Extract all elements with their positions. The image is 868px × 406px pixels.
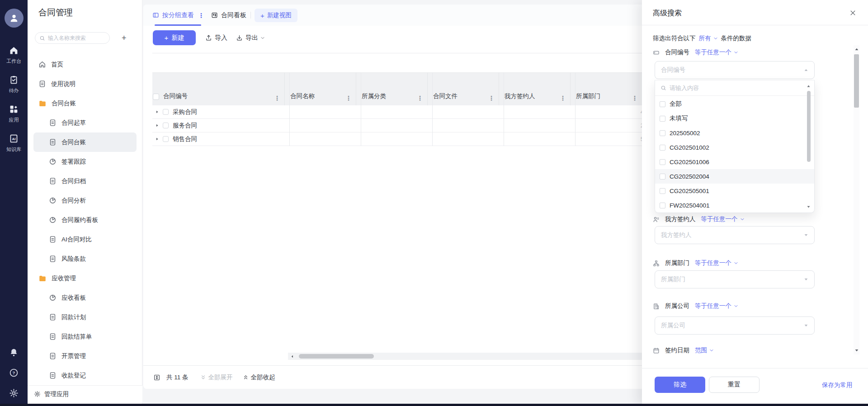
row-checkbox[interactable] [163, 123, 169, 128]
column-menu-icon[interactable]: ⋮ [632, 95, 638, 101]
option-checkbox[interactable] [660, 174, 665, 179]
close-icon[interactable] [849, 9, 856, 16]
import-button[interactable]: 导入 [205, 30, 227, 45]
scroll-left-icon[interactable] [290, 354, 294, 359]
dropdown-option[interactable]: CG202505001 [655, 184, 814, 198]
chevron-down-icon[interactable] [734, 261, 738, 265]
chevron-down-icon[interactable] [713, 36, 718, 41]
column-menu-icon[interactable]: ⋮ [345, 95, 352, 101]
scrollbar-thumb[interactable] [299, 354, 374, 359]
dropdown-option[interactable]: CG202501002 [655, 140, 814, 155]
option-checkbox[interactable] [660, 188, 665, 194]
dropdown-scrollbar-thumb[interactable] [807, 91, 811, 162]
chevron-down-icon[interactable] [734, 50, 738, 55]
column-header[interactable]: 合同名称 ⋮ [285, 73, 356, 105]
search-input[interactable] [48, 35, 102, 41]
filter-operator[interactable]: 等于任意一个 [695, 302, 731, 310]
column-header[interactable]: 合同文件 ⋮ [428, 73, 499, 105]
filter-operator[interactable]: 等于任意一个 [695, 48, 731, 57]
horizontal-scrollbar[interactable] [288, 353, 652, 360]
collapse-all-button[interactable]: 全部收起 [243, 373, 275, 382]
panel-scrollbar-thumb[interactable] [854, 54, 859, 108]
dropdown-search[interactable] [655, 80, 814, 96]
sidebar-item[interactable]: 合同台账 [28, 94, 142, 113]
add-button[interactable]: + [122, 34, 127, 42]
rail-bottom-icon[interactable] [9, 348, 19, 357]
rail-nav-item[interactable]: 工作台 [0, 43, 28, 72]
column-header[interactable]: 所属分类 ⋮ [356, 73, 428, 105]
new-view-button[interactable]: + 新建视图 [255, 9, 297, 22]
select-all-checkbox[interactable] [153, 94, 159, 100]
dropdown-search-input[interactable] [670, 85, 809, 91]
expand-triangle-icon[interactable] [155, 123, 159, 127]
scroll-up-icon[interactable] [807, 84, 811, 88]
option-checkbox[interactable] [660, 130, 665, 136]
sidebar-item[interactable]: 回款结算单 [28, 327, 142, 346]
scroll-up-icon[interactable] [854, 47, 859, 52]
sidebar-item[interactable]: 开票管理 [28, 346, 142, 366]
expand-triangle-icon[interactable] [155, 137, 159, 141]
chevron-down-icon[interactable] [740, 217, 745, 222]
sidebar-item[interactable]: 风险条款 [28, 249, 142, 269]
rail-nav-item[interactable]: 待办 [0, 72, 28, 102]
sidebar-item[interactable]: AI合同对比 [28, 230, 142, 249]
row-checkbox[interactable] [163, 136, 169, 142]
option-checkbox[interactable] [660, 159, 665, 165]
sidebar-item[interactable]: 首页 [28, 55, 142, 74]
table-group-row[interactable]: 销售合同 5 [152, 132, 652, 146]
sidebar-item[interactable]: 收款登记 [28, 366, 142, 385]
sidebar-item[interactable]: 合同起草 [28, 113, 142, 132]
dropdown-option[interactable]: CG202502004 [655, 169, 814, 184]
tab-group-view[interactable]: 按分组查看 ⋮ [152, 5, 205, 26]
option-checkbox[interactable] [660, 203, 665, 208]
tab-kanban[interactable]: 合同看板 [211, 5, 246, 26]
column-menu-icon[interactable]: ⋮ [560, 95, 566, 101]
tab-options-icon[interactable]: ⋮ [198, 12, 205, 19]
user-avatar[interactable] [5, 9, 24, 28]
rail-bottom-icon[interactable] [9, 388, 19, 398]
sidebar-item[interactable]: 合同归档 [28, 171, 142, 191]
table-group-row[interactable]: 采购合同 4 [152, 105, 652, 119]
signer-select[interactable]: 我方签约人 [655, 226, 815, 244]
sidebar-item[interactable]: 合同台账 [33, 132, 137, 152]
sidebar-item[interactable]: 应收看板 [28, 288, 142, 307]
dropdown-option[interactable]: 全部 [655, 97, 814, 111]
department-select[interactable]: 所属部门 [655, 270, 815, 288]
row-height-icon[interactable] [153, 374, 160, 381]
condition-mode-select[interactable]: 所有 [699, 34, 711, 42]
dropdown-option[interactable]: 202505002 [655, 126, 814, 140]
scroll-down-icon[interactable] [854, 348, 859, 353]
expand-all-button[interactable]: 全部展开 [200, 373, 233, 382]
sidebar-item[interactable]: 签署跟踪 [28, 152, 142, 171]
rail-nav-item[interactable]: 应用 [0, 102, 28, 131]
sidebar-item[interactable]: 合同履约看板 [28, 210, 142, 230]
expand-triangle-icon[interactable] [155, 110, 159, 114]
rail-bottom-icon[interactable]: ? [9, 368, 19, 378]
company-select[interactable]: 所属公司 [655, 316, 815, 335]
row-checkbox[interactable] [163, 109, 169, 115]
column-menu-icon[interactable]: ⋮ [417, 95, 423, 101]
rail-nav-item[interactable]: AI 知识库 [0, 131, 28, 161]
sidebar-item[interactable]: 应收管理 [28, 269, 142, 288]
sidebar-item[interactable]: 合同分析 [28, 191, 142, 210]
scroll-down-icon[interactable] [807, 205, 811, 209]
option-checkbox[interactable] [660, 101, 665, 107]
chevron-down-icon[interactable] [734, 304, 738, 308]
column-menu-icon[interactable]: ⋮ [488, 95, 495, 101]
sidebar-item[interactable]: 回款计划 [28, 307, 142, 327]
table-group-row[interactable]: 服务合同 2 [152, 119, 652, 132]
column-header[interactable]: 我方签约人 ⋮ [499, 73, 571, 105]
option-checkbox[interactable] [660, 116, 665, 122]
chevron-down-icon[interactable] [709, 348, 714, 353]
column-header-contract-no[interactable]: 合同编号 ⋮ [152, 73, 285, 105]
contract-no-select[interactable]: 合同编号 [655, 61, 815, 79]
save-as-common-link[interactable]: 保存为常用 [822, 381, 853, 389]
export-button[interactable]: 导出 [236, 30, 265, 45]
manage-apps[interactable]: 管理应用 [28, 385, 142, 402]
dropdown-option[interactable]: 未填写 [655, 111, 814, 126]
filter-operator[interactable]: 范围 [695, 346, 707, 354]
filter-button[interactable]: 筛选 [655, 377, 705, 393]
dropdown-option[interactable]: CG202501006 [655, 155, 814, 169]
column-menu-icon[interactable]: ⋮ [274, 95, 280, 101]
option-checkbox[interactable] [660, 145, 665, 151]
